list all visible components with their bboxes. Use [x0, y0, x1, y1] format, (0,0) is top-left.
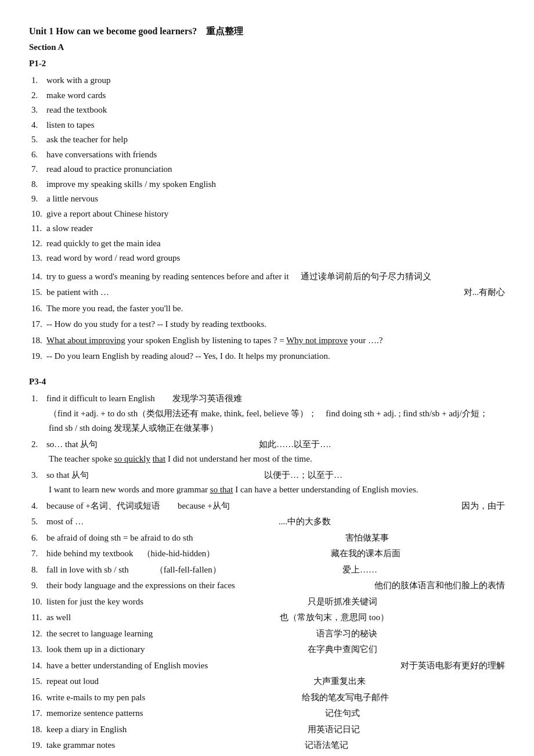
section-a-header: Section A	[29, 40, 505, 55]
p34-item-15: 15. repeat out loud 大声重复出来	[29, 674, 505, 689]
item-18: 18. What about improving your spoken Eng…	[29, 333, 505, 348]
p34-section: P3-4 1. find it difficult to learn Engli…	[29, 375, 505, 756]
list-item: 13.read word by word / read word groups	[29, 251, 505, 266]
p34-item-2: 2.so… that 从句 如此……以至于…. The teacher spok…	[29, 437, 505, 467]
p34-item-7: 7. hide behind my textbook （hide-hid-hid…	[29, 546, 505, 561]
p34-item-18: 18. keep a diary in English 用英语记日记	[29, 722, 505, 737]
list-item: 4.listen to tapes	[29, 118, 505, 133]
p34-item-10: 10. listen for just the key words 只是听抓准关…	[29, 595, 505, 610]
p34-item-16: 16. write e-mails to my pen pals 给我的笔友写电…	[29, 690, 505, 705]
list-item: 6.have conversations with friends	[29, 147, 505, 163]
list-item: 1.work with a group	[29, 73, 505, 88]
p34-item-1: 1. find it difficult to learn English 发现…	[29, 391, 505, 436]
list-item: 7.read aloud to practice pronunciation	[29, 162, 505, 177]
item-14: 14. try to guess a word's meaning by rea…	[29, 269, 505, 285]
p12-list: 1.work with a group 2.make word cards 3.…	[29, 73, 505, 266]
page-title: Unit 1 How can we become good learners? …	[29, 23, 505, 39]
list-item: 9.a little nervous	[29, 192, 505, 207]
p34-item-12: 12. the secret to language learning 语言学习…	[29, 627, 505, 642]
item-16: 16. The more you read, the faster you'll…	[29, 301, 505, 316]
p34-item-9: 9. their body language and the expressio…	[29, 578, 505, 593]
p34-item-19: 19. take grammar notes 记语法笔记	[29, 738, 505, 753]
list-item: 8.improve my speaking skills / my spoken…	[29, 177, 505, 192]
p12-header: P1-2	[29, 56, 505, 71]
item-15: 15. be patient with … 对...有耐心	[29, 285, 505, 300]
p34-item-17: 17. memorize sentence patterns 记住句式	[29, 706, 505, 721]
list-item: 10.give a report about Chinese history	[29, 207, 505, 222]
list-item: 5.ask the teacher for help	[29, 132, 505, 147]
p34-item-8: 8. fall in love with sb / sth （fall-fell…	[29, 563, 505, 578]
list-item: 2.make word cards	[29, 88, 505, 103]
list-item: 3.read the textbook	[29, 103, 505, 118]
p34-item-4: 4. because of +名词、代词或短语 because +从句 因为，由…	[29, 499, 505, 514]
list-item: 12.read quickly to get the main idea	[29, 236, 505, 251]
p34-item-3: 3.so that 从句 以便于…；以至于… I want to learn n…	[29, 468, 505, 498]
p34-item-6: 6. be afraid of doing sth = be afraid to…	[29, 531, 505, 546]
p34-item-13: 13. look them up in a dictionary 在字典中查阅它…	[29, 642, 505, 657]
item-19: 19. -- Do you learn English by reading a…	[29, 349, 505, 364]
p34-item-11: 11. as well 也（常放句末，意思同 too）	[29, 610, 505, 625]
p34-item-5: 5. most of … ....中的大多数	[29, 514, 505, 530]
list-item: 11.a slow reader	[29, 221, 505, 236]
p34-item-14: 14. have a better understanding of Engli…	[29, 658, 505, 674]
item-17: 17. -- How do you study for a test? -- I…	[29, 317, 505, 332]
p34-header: P3-4	[29, 375, 505, 390]
